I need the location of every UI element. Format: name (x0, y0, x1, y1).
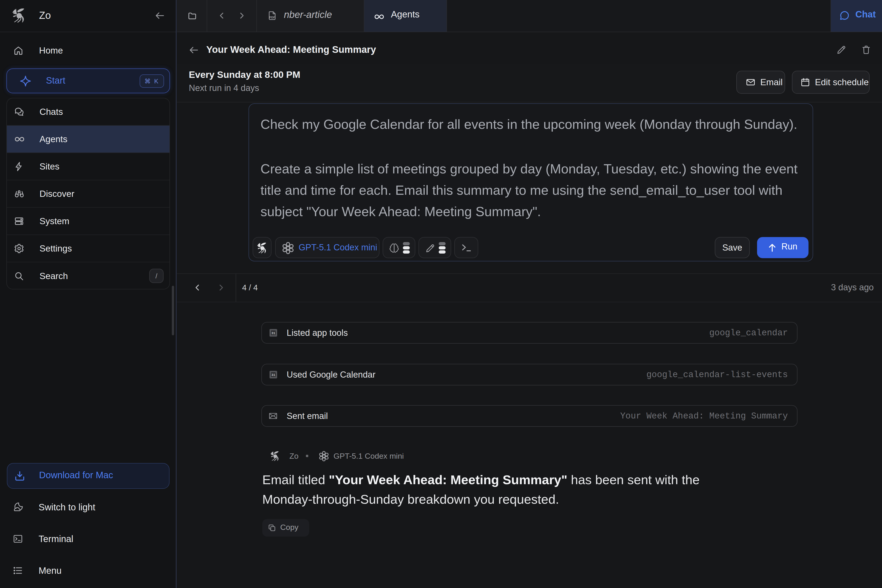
svg-text:31: 31 (272, 373, 275, 377)
svg-text:PDF: PDF (269, 16, 275, 19)
svg-text:31: 31 (272, 331, 275, 335)
